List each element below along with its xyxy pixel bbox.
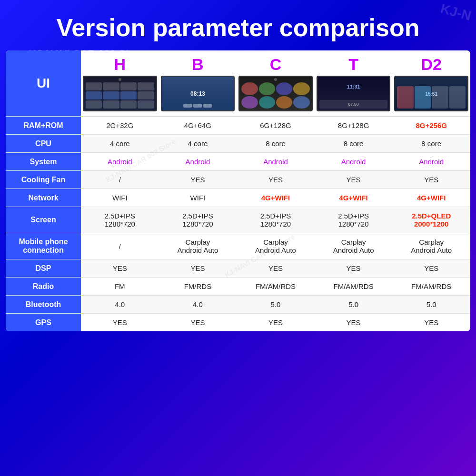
cell-row0-col2: 6G+128G: [237, 117, 315, 135]
cell-row6-col2: CarplayAndroid Auto: [237, 233, 315, 259]
cell-row9-col3: 5.0: [315, 296, 393, 314]
table-row: Bluetooth4.04.05.05.05.0: [6, 296, 470, 314]
version-t-letter: T: [317, 55, 391, 74]
cell-row7-col2: YES: [237, 259, 315, 278]
ui-screenshot-b: 08:13: [161, 76, 235, 111]
version-b-header: B 08:13: [159, 50, 237, 117]
cell-row1-col1: 4 core: [159, 135, 237, 153]
table-row: RAM+ROM2G+32G4G+64G6G+128G8G+128G8G+256G: [6, 117, 470, 135]
cell-row2-col4: Android: [392, 153, 470, 171]
cell-row9-col1: 4.0: [159, 296, 237, 314]
cell-row4-col0: WIFI: [81, 189, 159, 207]
cell-row9-col2: 5.0: [237, 296, 315, 314]
version-h-letter: H: [83, 55, 157, 74]
row-label-cpu: CPU: [6, 135, 81, 153]
ui-screenshot-d2: 15:51: [394, 76, 468, 111]
cell-row6-col3: CarplayAndroid Auto: [315, 233, 393, 259]
cell-row0-col0: 2G+32G: [81, 117, 159, 135]
table-row: Cooling Fan/YESYESYESYES: [6, 171, 470, 189]
cell-row4-col1: WIFI: [159, 189, 237, 207]
cell-row0-col4: 8G+256G: [392, 117, 470, 135]
table-row: DSPYESYESYESYESYES: [6, 259, 470, 278]
cell-row8-col2: FM/AM/RDS: [237, 278, 315, 296]
ui-label-header: UI: [6, 50, 81, 117]
cell-row5-col0: 2.5D+IPS1280*720: [81, 207, 159, 233]
cell-row9-col4: 5.0: [392, 296, 470, 314]
cell-row2-col2: Android: [237, 153, 315, 171]
cell-row3-col3: YES: [315, 171, 393, 189]
cell-row8-col4: FM/AM/RDS: [392, 278, 470, 296]
cell-row8-col3: FM/AM/RDS: [315, 278, 393, 296]
version-c-header: C: [237, 50, 315, 117]
cell-row8-col0: FM: [81, 278, 159, 296]
table-row: Screen2.5D+IPS1280*7202.5D+IPS1280*7202.…: [6, 207, 470, 233]
row-label-system: System: [6, 153, 81, 171]
cell-row5-col1: 2.5D+IPS1280*720: [159, 207, 237, 233]
cell-row4-col4: 4G+WIFI: [392, 189, 470, 207]
version-d2-header: D2 15:51: [392, 50, 470, 117]
version-c-letter: C: [238, 55, 313, 74]
page-title: Version parameter comparison: [0, 0, 476, 46]
row-label-gps: GPS: [6, 314, 81, 332]
ui-screenshot-c: [238, 76, 313, 111]
table-row: CPU4 core4 core8 core8 core8 core: [6, 135, 470, 153]
cell-row9-col0: 4.0: [81, 296, 159, 314]
row-label-bluetooth: Bluetooth: [6, 296, 81, 314]
cell-row10-col3: YES: [315, 314, 393, 332]
cell-row5-col4: 2.5D+QLED2000*1200: [392, 207, 470, 233]
cell-row2-col0: Android: [81, 153, 159, 171]
cell-row1-col3: 8 core: [315, 135, 393, 153]
version-h-header: H: [81, 50, 159, 117]
comparison-table-container: UI H: [6, 50, 470, 331]
cell-row4-col2: 4G+WIFI: [237, 189, 315, 207]
cell-row3-col1: YES: [159, 171, 237, 189]
row-label-screen: Screen: [6, 207, 81, 233]
cell-row1-col0: 4 core: [81, 135, 159, 153]
cell-row0-col1: 4G+64G: [159, 117, 237, 135]
cell-row3-col4: YES: [392, 171, 470, 189]
version-b-letter: B: [161, 55, 235, 74]
cell-row10-col1: YES: [159, 314, 237, 332]
cell-row10-col4: YES: [392, 314, 470, 332]
cell-row10-col0: YES: [81, 314, 159, 332]
row-label-mobile-phone-connection: Mobile phoneconnection: [6, 233, 81, 259]
cell-row3-col0: /: [81, 171, 159, 189]
table-row: Mobile phoneconnection/CarplayAndroid Au…: [6, 233, 470, 259]
cell-row3-col2: YES: [237, 171, 315, 189]
table-row: GPSYESYESYESYESYES: [6, 314, 470, 332]
comparison-table: UI H: [6, 50, 470, 331]
cell-row0-col3: 8G+128G: [315, 117, 393, 135]
ui-screenshot-h: [83, 76, 157, 111]
cell-row4-col3: 4G+WIFI: [315, 189, 393, 207]
cell-row2-col1: Android: [159, 153, 237, 171]
cell-row10-col2: YES: [237, 314, 315, 332]
cell-row5-col3: 2.5D+IPS1280*720: [315, 207, 393, 233]
row-label-radio: Radio: [6, 278, 81, 296]
cell-row5-col2: 2.5D+IPS1280*720: [237, 207, 315, 233]
cell-row8-col1: FM/RDS: [159, 278, 237, 296]
cell-row6-col4: CarplayAndroid Auto: [392, 233, 470, 259]
cell-row1-col4: 8 core: [392, 135, 470, 153]
cell-row6-col0: /: [81, 233, 159, 259]
table-row: NetworkWIFIWIFI4G+WIFI4G+WIFI4G+WIFI: [6, 189, 470, 207]
cell-row7-col3: YES: [315, 259, 393, 278]
cell-row7-col0: YES: [81, 259, 159, 278]
row-label-cooling-fan: Cooling Fan: [6, 171, 81, 189]
version-t-header: T 11:31 87.50: [315, 50, 393, 117]
row-label-dsp: DSP: [6, 259, 81, 278]
table-row: RadioFMFM/RDSFM/AM/RDSFM/AM/RDSFM/AM/RDS: [6, 278, 470, 296]
version-d2-letter: D2: [394, 55, 468, 74]
cell-row7-col1: YES: [159, 259, 237, 278]
row-label-network: Network: [6, 189, 81, 207]
cell-row7-col4: YES: [392, 259, 470, 278]
row-label-ram+rom: RAM+ROM: [6, 117, 81, 135]
cell-row1-col2: 8 core: [237, 135, 315, 153]
header-row: UI H: [6, 50, 470, 117]
cell-row2-col3: Android: [315, 153, 393, 171]
table-row: SystemAndroidAndroidAndroidAndroidAndroi…: [6, 153, 470, 171]
table-body: RAM+ROM2G+32G4G+64G6G+128G8G+128G8G+256G…: [6, 117, 470, 332]
ui-screenshot-t: 11:31 87.50: [317, 76, 391, 111]
cell-row6-col1: CarplayAndroid Auto: [159, 233, 237, 259]
